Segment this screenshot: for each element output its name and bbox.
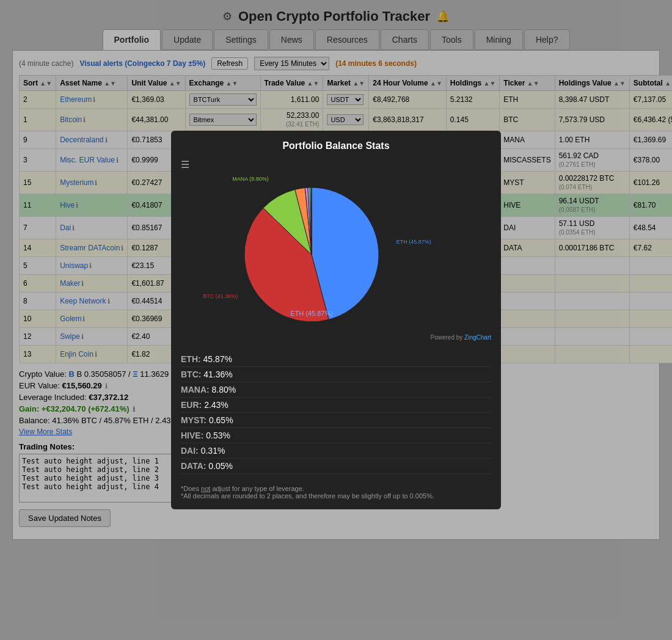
stat-label: HIVE: [181, 431, 203, 440]
stat-label: MYST: [181, 415, 206, 425]
zingchart-brand: ZingChart [464, 334, 491, 341]
footnotes: *Does not adjust for any type of leverag… [181, 485, 491, 500]
stat-value: 0.31% [201, 446, 225, 456]
stat-row: DATA: 0.05% [181, 459, 491, 474]
stat-label: EUR: [181, 400, 202, 410]
portfolio-balance-modal: Portfolio Balance Stats ☰ ETH (45.87%)BT… [171, 131, 501, 509]
pie-chart-svg: ETH (45.87%)BTC (41.36%)MANA (8.80%)EUR … [181, 175, 491, 334]
stat-row: ETH: 45.87% [181, 352, 491, 367]
stat-row: MANA: 8.80% [181, 382, 491, 398]
stat-row: BTC: 41.36% [181, 367, 491, 382]
powered-by: Powered by ZingChart [181, 334, 491, 341]
stat-value: 8.80% [212, 385, 236, 395]
stat-row: DAI: 0.31% [181, 443, 491, 459]
stat-label: DATA: [181, 461, 206, 471]
stats-list: ETH: 45.87%BTC: 41.36%MANA: 8.80%EUR: 2.… [181, 347, 491, 479]
stat-label: BTC: [181, 369, 201, 379]
modal-overlay: Portfolio Balance Stats ☰ ETH (45.87%)BT… [0, 0, 672, 640]
stat-row: MYST: 0.65% [181, 413, 491, 428]
modal-menu-icon[interactable]: ☰ [181, 159, 491, 170]
stat-value: 0.65% [209, 415, 233, 425]
eth-center-label: ETH (45.87%) [290, 310, 333, 317]
stat-value: 0.53% [206, 431, 230, 440]
pie-label: MANA (8.80%) [232, 176, 269, 182]
footnote-not: not [201, 485, 210, 492]
footnote1: *Does not adjust for any type of leverag… [181, 485, 491, 492]
stat-value: 2.43% [204, 400, 228, 410]
pie-label: ETH (45.87%) [396, 239, 431, 245]
stat-label: MANA: [181, 385, 210, 395]
modal-title: Portfolio Balance Stats [181, 140, 491, 151]
stat-row: HIVE: 0.53% [181, 428, 491, 443]
stat-value: 41.36% [203, 369, 232, 379]
stat-value: 45.87% [203, 354, 232, 364]
stat-label: DAI: [181, 446, 199, 456]
stat-value: 0.05% [208, 461, 233, 471]
footnote2: *All decimals are rounded to 2 places, a… [181, 492, 491, 500]
pie-label: BTC (41.36%) [203, 293, 238, 299]
pie-chart-container: ETH (45.87%)BTC (41.36%)MANA (8.80%)EUR … [181, 175, 491, 334]
stat-row: EUR: 2.43% [181, 398, 491, 413]
stat-label: ETH: [181, 354, 201, 364]
